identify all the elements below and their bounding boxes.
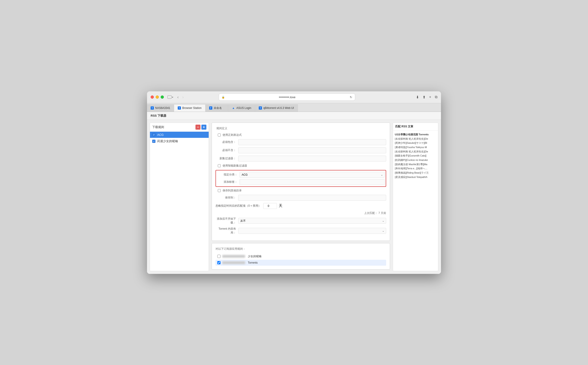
save-to-input[interactable] [238,195,386,201]
rss-item-2[interactable]: [勇者特急][Yuusha Tokkyuu M [393,145,438,149]
rss-item-5[interactable]: [杜鹃婚约][Cuckoo no Iinazuke [393,158,438,162]
must-include-input[interactable] [238,139,386,145]
last-match-info: 上次匹配： 7 天前 [216,211,386,215]
source-checkbox-1[interactable] [217,255,221,258]
save-other-dir-row: 保存到其他目录 [216,189,386,193]
add-paused-row: 添加后不开始下载： 从不 [216,217,386,225]
reload-icon[interactable]: ↻ [350,95,352,99]
tab-qbittorrent[interactable]: Y qBittorrent v4.6.3 Web UI [255,104,298,112]
episode-filter-label: 剧集过滤器： [216,156,236,160]
ignore-older-row: 忽略指定时间后的匹配项（0 = 禁用） 天 [216,203,386,209]
must-exclude-input[interactable] [238,147,386,153]
add-paused-select-wrapper: 从不 [238,218,386,224]
use-regex-label: 使用正则表达式 [223,133,242,137]
must-exclude-label: 必须不含： [216,148,236,152]
smart-filter-checkbox[interactable] [218,164,221,167]
back-button[interactable]: ‹ [176,94,180,100]
titlebar-right-actions: ⬇ ⬆ + ⧉ [416,95,437,99]
save-other-dir-checkbox[interactable] [218,189,221,192]
rss-item-4[interactable]: [猫眼女枪手][Gunsmith Cats][ [393,154,438,158]
minimize-button[interactable] [156,95,159,99]
maximize-button[interactable] [161,95,164,99]
share-icon[interactable]: ⬆ [423,95,426,99]
rss-articles-panel: 匹配 RSS 文章 U2分享圈@动漫花园 Torrents [名侦探柯南 犯人犯… [393,123,438,271]
must-exclude-row: 必须不含： [216,147,386,153]
apply-to-sources-section: 对以下订阅源应用规则： 少女的呢喃 Torrents [212,243,390,270]
rule-item-acg[interactable]: ACG [150,132,209,138]
close-button[interactable] [151,95,154,99]
rss-item-8[interactable]: [骑乘挑战][Riding Bean][ライ兰 [393,171,438,175]
nav-controls: ▾ ‹ › [168,94,184,100]
add-tag-input[interactable] [240,179,385,185]
tab-favicon-5: Y [259,106,262,110]
must-include-label: 必须包含： [216,140,236,144]
add-rule-button[interactable]: + [201,125,206,130]
rss-item-6[interactable]: [肌肉魔法使 Mashle第1季][Ma [393,162,438,167]
source-suffix-2: Torrents [248,261,257,264]
source-item-2[interactable]: Torrents [216,260,386,266]
last-match-label: 上次匹配： [364,211,378,215]
rule-definition-legend: 规则定义 [216,126,386,130]
torrent-layout-label: Torrent 内容布局： [216,227,236,235]
tab-label-2: Browser Station [182,106,202,110]
torrent-layout-select[interactable] [238,228,386,234]
traffic-lights [151,95,164,99]
rss-item-9[interactable]: [星灵感应][Stardust Telepath/h [393,175,438,179]
assign-category-label: 指定分类： [217,173,237,176]
rule-list: ACG 药屋少女的呢喃 [150,132,209,271]
rss-item-7[interactable]: [奔向地球][Terra e...][地球へ… [393,166,438,171]
assign-category-select[interactable]: ACG [240,172,385,178]
tab-browser-station[interactable]: Y Browser Station [174,104,205,112]
add-tag-row: 添加标签： [217,179,385,185]
highlighted-fields-box: 指定分类： ACG 添加标签： [216,170,386,187]
rule-checkbox-yakuya[interactable] [152,140,155,143]
address-bar[interactable]: 🔒 ••••••••••.love ↻ [219,93,355,101]
rule-edit-panel: 规则定义 使用正则表达式 必须包含： 必须不含： 剧集过滤器： [212,123,390,271]
use-regex-checkbox[interactable] [218,133,221,136]
tab-nas6a3341[interactable]: Y NAS6A3341 [147,104,174,112]
tabbar: Y NAS6A3341 Y Browser Station Y 未命名 ▲ AS… [147,103,441,112]
new-tab-icon[interactable]: + [429,95,431,99]
forward-button[interactable]: › [181,94,184,100]
rss-article-list: U2分享圈@动漫花园 Torrents [名侦探柯南 犯人犯泽先生][De [死… [393,131,438,271]
add-paused-label: 添加后不开始下载： [216,217,236,225]
rss-item-0[interactable]: [名侦探柯南 犯人犯泽先生][De [393,137,438,141]
source-item-1[interactable]: 少女的呢喃 [216,253,386,260]
rule-item-yakuya[interactable]: 药屋少女的呢喃 [150,138,209,145]
address-text: ••••••••••.love [227,95,348,99]
rules-panel-header: 下载规则 − + [150,123,209,132]
must-include-row: 必须包含： [216,139,386,145]
page-content: RSS 下载器 下载规则 − + ACG [147,112,441,274]
episode-filter-row: 剧集过滤器： [216,156,386,161]
tab-overview-icon[interactable]: ⧉ [435,95,437,99]
add-paused-select[interactable]: 从不 [238,218,386,224]
episode-filter-input[interactable] [238,156,386,161]
rule-checkbox-acg[interactable] [152,133,155,136]
add-tag-label: 添加标签： [217,180,237,184]
source-suffix-1: 少女的呢喃 [248,254,262,258]
source-blurred-1 [222,255,245,258]
main-window: ▾ ‹ › 🔒 ••••••••••.love ↻ ⬇ ⬆ + ⧉ Y NAS6… [147,91,441,274]
ignore-older-label: 忽略指定时间后的匹配项（0 = 禁用） [216,204,261,208]
torrent-layout-row: Torrent 内容布局： [216,227,386,235]
tab-label-1: NAS6A3341 [155,106,170,110]
tab-label-3: 未命名 [214,106,222,110]
rss-item-1[interactable]: [死神少年][Sasuke][サスケ][Bl [393,141,438,145]
lock-icon: 🔒 [222,96,225,99]
rules-panel-title: 下载规则 [152,125,164,129]
torrent-layout-select-wrapper [238,228,386,234]
rule-label-yakuya: 药屋少女的呢喃 [157,139,178,143]
ignore-days-input[interactable] [263,203,277,209]
use-regex-row: 使用正则表达式 [216,133,386,137]
sidebar-toggle-icon[interactable] [168,95,172,99]
tab-unnamed[interactable]: Y 未命名 [205,104,228,112]
source-checkbox-2[interactable] [217,261,221,264]
remove-rule-button[interactable]: − [196,125,201,130]
save-other-dir-label: 保存到其他目录 [223,189,242,193]
rule-definition-section: 规则定义 使用正则表达式 必须包含： 必须不含： 剧集过滤器： [212,123,390,241]
download-manager-icon[interactable]: ⬇ [416,95,419,99]
ignore-older-input-group: 天 [263,203,282,209]
tab-asus-login[interactable]: ▲ ASUS Login [228,104,255,112]
last-match-value: 7 天前 [378,211,386,215]
rss-item-3[interactable]: [名侦探柯南 犯人犯泽先生][De [393,149,438,154]
